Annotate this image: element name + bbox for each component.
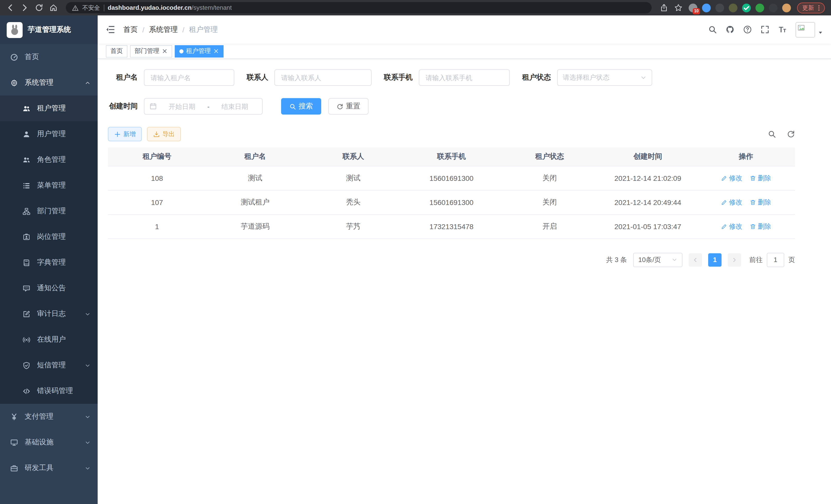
reload-icon[interactable] xyxy=(35,4,43,12)
refresh-table-icon[interactable] xyxy=(787,130,795,138)
code-icon xyxy=(23,387,30,395)
security-chip[interactable]: 不安全 xyxy=(82,4,100,11)
page-size-select[interactable]: 10条/页 xyxy=(633,253,683,267)
cell-status: 开启 xyxy=(500,214,599,238)
sidebar-item-dept[interactable]: 部门管理 xyxy=(0,198,98,224)
table-toolbar: 新增 导出 xyxy=(108,127,795,141)
toggle-search-icon[interactable] xyxy=(768,130,776,138)
sidebar-item-system[interactable]: 系统管理 xyxy=(0,70,98,95)
sidebar-item-infra[interactable]: 基础设施 xyxy=(0,429,98,455)
browser-home-icon[interactable] xyxy=(49,4,58,12)
kebab-menu-icon[interactable] xyxy=(815,4,822,11)
add-button[interactable]: 新增 xyxy=(108,127,142,141)
sidebar-item-sms[interactable]: 短信管理 xyxy=(0,352,98,378)
book-icon xyxy=(23,259,30,266)
export-button[interactable]: 导出 xyxy=(147,127,181,141)
fullscreen-icon[interactable] xyxy=(761,25,769,34)
sidebar-item-label: 角色管理 xyxy=(37,155,90,165)
page-number-1[interactable]: 1 xyxy=(708,253,721,266)
contact-label: 联系人 xyxy=(247,73,268,82)
breadcrumb-item-0[interactable]: 首页 xyxy=(123,25,138,34)
breadcrumb-separator: / xyxy=(182,25,184,34)
extension-green-icon[interactable] xyxy=(755,3,764,12)
tab-label: 部门管理 xyxy=(135,47,159,56)
app-logo[interactable]: 芋道管理系统 xyxy=(0,16,98,44)
sidebar-item-label: 通知公告 xyxy=(37,284,90,293)
delete-icon xyxy=(749,175,756,181)
tab-tenant[interactable]: 租户管理 xyxy=(175,45,224,57)
prev-page-button[interactable] xyxy=(689,253,702,266)
delete-link[interactable]: 删除 xyxy=(749,198,771,207)
tenant-status-select[interactable]: 请选择租户状态 xyxy=(557,69,652,86)
sidebar-item-audit[interactable]: 审计日志 xyxy=(0,301,98,327)
toolbox-icon xyxy=(10,464,18,472)
forward-icon[interactable] xyxy=(21,4,29,12)
edit-link[interactable]: 修改 xyxy=(721,222,742,231)
sidebar-item-notice[interactable]: 通知公告 xyxy=(0,275,98,301)
calendar-icon xyxy=(149,103,157,110)
hamburger-icon[interactable] xyxy=(105,25,115,34)
next-page-button[interactable] xyxy=(728,253,741,266)
sidebar-item-tenant[interactable]: 租户管理 xyxy=(0,95,98,121)
sidebar-item-pay[interactable]: 支付管理 xyxy=(0,404,98,429)
tab-label: 租户管理 xyxy=(186,47,211,56)
end-date-input[interactable] xyxy=(212,102,257,110)
sidebar-item-label: 首页 xyxy=(25,52,90,62)
edit-link[interactable]: 修改 xyxy=(721,198,742,207)
user-avatar[interactable] xyxy=(796,22,823,37)
update-button[interactable]: 更新 xyxy=(797,2,825,13)
search-button[interactable]: 搜索 xyxy=(281,98,321,115)
extension-puzzle-icon[interactable] xyxy=(769,3,778,12)
sidebar-item-dict[interactable]: 字典管理 xyxy=(0,250,98,275)
cell-created: 2021-01-05 17:03:47 xyxy=(599,214,697,238)
reset-button[interactable]: 重置 xyxy=(328,98,369,115)
chevron-right-icon xyxy=(731,257,738,263)
column-header-5: 创建时间 xyxy=(599,147,697,166)
phone-input[interactable] xyxy=(419,69,510,86)
status-placeholder: 请选择租户状态 xyxy=(563,73,609,82)
sidebar-item-label: 租户管理 xyxy=(37,104,90,113)
cell-phone: 15601691300 xyxy=(402,190,500,214)
close-icon[interactable] xyxy=(162,48,168,54)
sidebar-item-home[interactable]: 首页 xyxy=(0,44,98,70)
github-icon[interactable] xyxy=(726,25,735,34)
edit-link[interactable]: 修改 xyxy=(721,173,742,183)
sidebar-item-online[interactable]: 在线用户 xyxy=(0,327,98,352)
delete-link[interactable]: 删除 xyxy=(749,222,771,231)
extension-olive-icon[interactable] xyxy=(729,3,738,12)
delete-link[interactable]: 删除 xyxy=(749,173,771,183)
sidebar-item-label: 用户管理 xyxy=(37,129,90,139)
tenant-name-input[interactable] xyxy=(144,69,234,86)
date-range-picker[interactable]: - xyxy=(144,98,263,115)
close-icon[interactable] xyxy=(213,48,219,54)
bookmark-star-icon[interactable] xyxy=(674,4,683,12)
extension-drop-icon[interactable] xyxy=(702,3,711,12)
extension-check-icon[interactable] xyxy=(742,3,751,12)
breadcrumb-item-1[interactable]: 系统管理 xyxy=(149,25,178,34)
search-icon[interactable] xyxy=(708,25,717,34)
tenant-icon xyxy=(23,105,30,112)
share-icon[interactable] xyxy=(660,4,668,12)
plus-icon xyxy=(114,131,121,138)
help-icon[interactable] xyxy=(743,25,752,34)
extension-dark-icon[interactable] xyxy=(715,3,724,12)
sidebar-item-menu[interactable]: 菜单管理 xyxy=(0,173,98,198)
sidebar-item-post[interactable]: 岗位管理 xyxy=(0,224,98,250)
sidebar-item-role[interactable]: 角色管理 xyxy=(0,147,98,173)
status-label: 租户状态 xyxy=(522,73,551,82)
extension-palette-icon[interactable]: 10 xyxy=(689,3,697,12)
goto-page-input[interactable] xyxy=(767,253,784,267)
font-size-icon[interactable] xyxy=(778,25,787,34)
tab-dept[interactable]: 部门管理 xyxy=(130,45,172,57)
profile-avatar[interactable] xyxy=(782,3,791,12)
sidebar-item-user[interactable]: 用户管理 xyxy=(0,121,98,147)
cell-name: 测试 xyxy=(206,166,304,190)
sidebar-item-devtools[interactable]: 研发工具 xyxy=(0,455,98,481)
start-date-input[interactable] xyxy=(160,102,204,110)
tab-home[interactable]: 首页 xyxy=(106,45,127,57)
address-bar[interactable]: 不安全 dashboard.yudao.iocoder.cn/system/te… xyxy=(66,2,652,13)
warning-icon xyxy=(72,4,79,11)
back-icon[interactable] xyxy=(6,4,15,12)
contact-input[interactable] xyxy=(275,69,372,86)
sidebar-item-errcode[interactable]: 错误码管理 xyxy=(0,378,98,404)
